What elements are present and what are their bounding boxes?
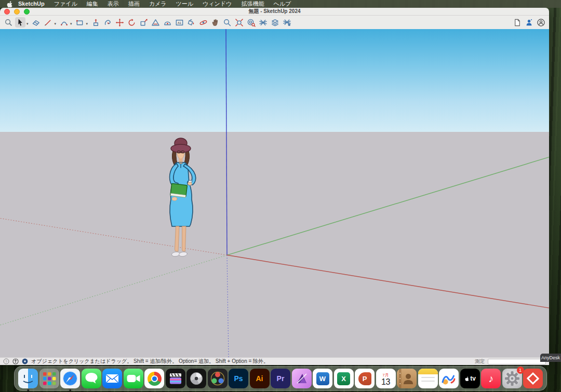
dock-finder[interactable] <box>18 369 38 388</box>
user-button[interactable] <box>524 17 534 28</box>
push-pull-icon <box>91 18 100 27</box>
contacts-icon <box>397 369 417 388</box>
dock-safari[interactable] <box>60 369 80 388</box>
shapes-dropdown-caret[interactable]: ▾ <box>86 22 88 26</box>
window-title: 無題 - SketchUp 2024 <box>0 8 549 15</box>
menu-help[interactable]: ヘルプ <box>269 0 296 8</box>
facetime-icon <box>124 369 143 388</box>
dock-settings[interactable]: 1 <box>502 369 522 388</box>
dock-calendar[interactable]: 7月 13 <box>376 369 396 388</box>
select-dropdown-caret[interactable]: ▾ <box>26 22 29 26</box>
tool-tape-measure[interactable] <box>162 17 172 28</box>
menu-camera[interactable]: カメラ <box>144 0 171 8</box>
dock-davinci-resolve[interactable] <box>208 369 228 388</box>
dock-photoshop[interactable]: Ps <box>229 369 248 388</box>
person-figure[interactable] <box>156 133 213 263</box>
tool-follow-me[interactable] <box>102 17 113 28</box>
viewport-3d[interactable] <box>0 29 549 357</box>
dock-chrome[interactable] <box>144 369 164 388</box>
menu-extensions[interactable]: 拡張機能 <box>236 0 269 8</box>
menu-tools[interactable]: ツール <box>171 0 198 8</box>
mail-icon <box>102 369 122 388</box>
text-label-icon: A1 <box>175 18 184 27</box>
music-note-glyph: ♪ <box>488 373 493 385</box>
arc-icon <box>60 18 69 27</box>
menu-draw[interactable]: 描画 <box>124 0 144 8</box>
notes-header <box>418 369 438 374</box>
tool-search[interactable] <box>3 17 14 28</box>
app-status-icon[interactable] <box>22 358 28 364</box>
status-bar: ? オブジェクトをクリックまたはドラッグ。 Shift = 追加/除外。 Opt… <box>0 357 549 365</box>
menu-app-name[interactable]: SketchUp <box>14 0 49 8</box>
tool-pan[interactable] <box>210 17 220 28</box>
tool-layers[interactable] <box>270 17 280 28</box>
menu-file[interactable]: ファイル <box>49 0 82 8</box>
tool-paint-bucket[interactable] <box>186 17 196 28</box>
dock-affinity[interactable] <box>292 369 312 388</box>
tool-text[interactable]: A1 <box>174 17 184 28</box>
davinci-resolve-icon <box>208 369 228 388</box>
messages-icon <box>82 369 101 388</box>
dock-mail[interactable] <box>102 369 122 388</box>
paint-bucket-icon <box>187 18 196 27</box>
tool-line[interactable] <box>43 17 54 28</box>
account-button[interactable] <box>536 17 546 28</box>
tool-push-pull[interactable] <box>90 17 101 28</box>
tool-scale[interactable] <box>138 17 149 28</box>
illustrator-glyph: Ai <box>256 374 263 383</box>
apple-icon <box>5 0 14 8</box>
dock-compressor[interactable] <box>186 369 206 388</box>
arc-dropdown-caret[interactable]: ▾ <box>70 22 72 26</box>
dock-messages[interactable] <box>82 369 101 388</box>
settings-badge: 1 <box>517 367 524 374</box>
dock-music[interactable]: ♪ <box>481 369 501 388</box>
geolocation-status-icon[interactable]: ? <box>3 358 9 364</box>
tool-move[interactable] <box>114 17 125 28</box>
dock-premiere[interactable]: Pr <box>271 369 290 388</box>
menu-window[interactable]: ウィンドウ <box>198 0 236 8</box>
menu-view[interactable]: 表示 <box>103 0 124 8</box>
dock-facetime[interactable] <box>124 369 143 388</box>
pan-hand-icon <box>211 18 220 27</box>
dock-final-cut-pro[interactable] <box>166 369 185 388</box>
compressor-icon <box>186 369 206 388</box>
safari-icon <box>60 369 80 388</box>
powerpoint-icon: P <box>355 369 375 388</box>
dock-anydesk[interactable] <box>523 369 543 388</box>
menu-edit[interactable]: 編集 <box>82 0 103 8</box>
dock-illustrator[interactable]: Ai <box>250 369 270 388</box>
tool-zoom-extents[interactable] <box>234 17 244 28</box>
tool-select[interactable] <box>15 17 25 28</box>
dock-excel[interactable]: X <box>334 369 354 388</box>
dock-word[interactable]: W <box>313 369 332 388</box>
tool-orbit[interactable] <box>198 17 208 28</box>
dock-apple-tv[interactable]: tv <box>460 369 480 388</box>
dock-contacts[interactable] <box>397 369 417 388</box>
anydesk-icon <box>523 369 543 388</box>
dock-launchpad[interactable] <box>39 369 59 388</box>
launchpad-icon <box>39 369 59 388</box>
tool-shapes[interactable] <box>75 17 85 28</box>
tool-arc[interactable] <box>59 17 69 28</box>
apple-menu[interactable] <box>5 0 14 8</box>
measurements-input[interactable] <box>488 359 546 364</box>
line-dropdown-caret[interactable]: ▾ <box>55 22 57 26</box>
tool-scan-essentials[interactable] <box>258 17 268 28</box>
tool-scan-settings[interactable] <box>282 17 292 28</box>
credit-status-icon[interactable] <box>12 358 19 364</box>
dock-freeform[interactable] <box>439 369 459 388</box>
tool-eraser[interactable] <box>31 17 42 28</box>
dock-powerpoint[interactable]: P <box>355 369 375 388</box>
final-cut-pro-icon <box>166 369 185 388</box>
pencil-line-icon <box>44 18 52 27</box>
finder-running-dot <box>27 389 29 391</box>
new-document-button[interactable] <box>512 17 522 28</box>
tool-dimensions[interactable] <box>150 17 161 28</box>
tool-rotate[interactable] <box>126 17 137 28</box>
tool-model-search[interactable] <box>246 17 256 28</box>
zoom-extents-icon <box>235 18 244 27</box>
tool-zoom[interactable] <box>222 17 232 28</box>
dock-notes[interactable] <box>418 369 438 388</box>
anydesk-window-tag[interactable]: AnyDesk <box>540 354 561 362</box>
model-search-icon <box>247 18 256 27</box>
